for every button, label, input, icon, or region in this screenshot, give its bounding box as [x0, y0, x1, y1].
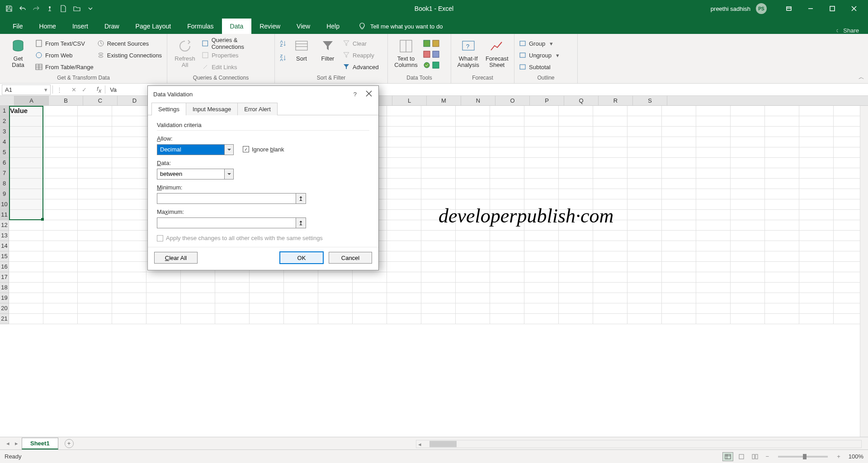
minimum-input[interactable]: ↥: [157, 193, 306, 204]
maximum-label: Maximum:: [157, 208, 369, 215]
data-validation-dialog: Data Validation ? Settings Input Message…: [147, 85, 379, 270]
range-picker-icon[interactable]: ↥: [296, 194, 306, 203]
apply-changes-checkbox: Apply these changes to all other cells w…: [157, 235, 369, 241]
dialog-close-button[interactable]: [365, 90, 373, 99]
data-label: Data:: [157, 160, 369, 166]
ignore-blank-checkbox[interactable]: ✓Ignore blank: [243, 146, 284, 153]
cancel-button[interactable]: Cancel: [329, 252, 372, 264]
dialog-title: Data Validation: [153, 91, 193, 98]
ok-button[interactable]: OK: [280, 252, 323, 264]
dialog-help-button[interactable]: ?: [354, 91, 357, 98]
range-picker-icon[interactable]: ↥: [296, 218, 306, 228]
maximum-input[interactable]: ↥: [157, 217, 306, 228]
allow-select[interactable]: Decimal: [157, 144, 234, 155]
dialog-backdrop: Data Validation ? Settings Input Message…: [0, 0, 868, 463]
dialog-tab-error-alert[interactable]: Error Alert: [237, 103, 278, 115]
section-label: Validation criteria: [157, 122, 369, 131]
data-select[interactable]: between: [157, 169, 234, 180]
dialog-tab-input-message[interactable]: Input Message: [186, 103, 238, 115]
dialog-tab-settings[interactable]: Settings: [151, 103, 186, 115]
minimum-label: Minimum:: [157, 184, 369, 191]
clear-all-button[interactable]: Clear All: [154, 252, 198, 264]
chevron-down-icon: [224, 145, 233, 155]
allow-label: Allow:: [157, 135, 234, 142]
chevron-down-icon: [224, 169, 233, 179]
